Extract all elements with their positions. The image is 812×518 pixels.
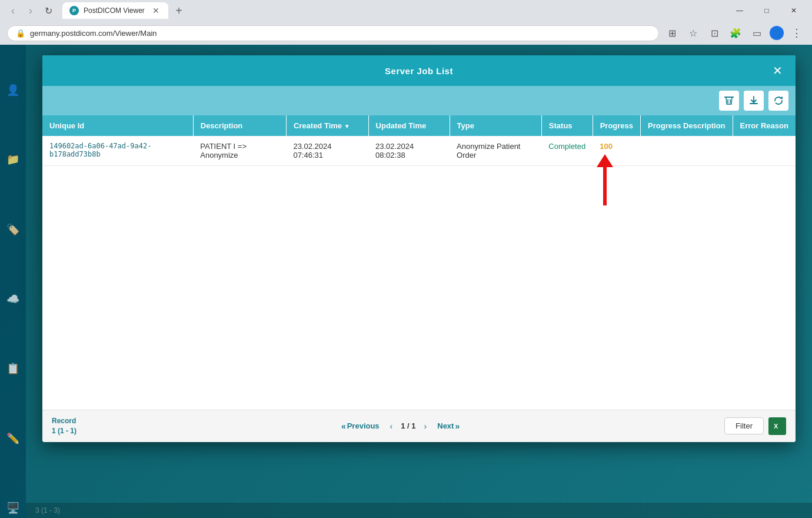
arrow-shaft bbox=[603, 167, 607, 205]
col-progress-description: Progress Description bbox=[641, 115, 733, 136]
tab-favicon: P bbox=[69, 6, 79, 15]
new-tab-button[interactable]: + bbox=[171, 2, 187, 19]
modal-footer: Record 1 (1 - 1) « Previous ‹ 1 / 1 › Ne… bbox=[42, 410, 796, 442]
table-container: Unique Id Description Created Time ▼ Upd… bbox=[42, 115, 796, 410]
col-updated-time: Updated Time bbox=[368, 115, 450, 136]
jobs-table: Unique Id Description Created Time ▼ Upd… bbox=[42, 115, 796, 166]
table-cell: PATIENT I => Anonymize bbox=[193, 136, 286, 166]
browser-chrome: ‹ › ↻ P PostDICOM Viewer ✕ + — □ ✕ 🔒 ger… bbox=[0, 0, 812, 45]
sidebar-browser-icon[interactable]: ▭ bbox=[748, 25, 765, 41]
close-window-button[interactable]: ✕ bbox=[780, 2, 807, 19]
table-cell: 23.02.2024 07:46:31 bbox=[286, 136, 368, 166]
previous-double-arrow: « bbox=[341, 421, 346, 431]
browser-addressbar: 🔒 germany.postdicom.com/Viewer/Main ⊞ ☆ … bbox=[0, 21, 812, 45]
col-created-time[interactable]: Created Time ▼ bbox=[286, 115, 368, 136]
back-button[interactable]: ‹ bbox=[5, 2, 21, 19]
pagination-left-arrow[interactable]: ‹ bbox=[388, 420, 395, 432]
sidebar-item-folder[interactable]: 📁 bbox=[2, 150, 24, 170]
col-progress: Progress bbox=[593, 115, 640, 136]
table-cell bbox=[641, 136, 733, 166]
excel-export-button[interactable]: X bbox=[768, 417, 786, 435]
sort-icon-created: ▼ bbox=[344, 123, 350, 130]
table-cell: 23.02.2024 08:02:38 bbox=[368, 136, 450, 166]
table-cell: Anonymize Patient Order bbox=[450, 136, 541, 166]
table-row[interactable]: 149602ad-6a06-47ad-9a42-b178add73b8bPATI… bbox=[42, 136, 796, 166]
minimize-button[interactable]: — bbox=[726, 2, 753, 19]
lock-icon: 🔒 bbox=[16, 29, 25, 38]
footer-right: Filter X bbox=[724, 417, 786, 435]
sidebar-item-list[interactable]: 📋 bbox=[2, 358, 24, 378]
col-status: Status bbox=[541, 115, 593, 136]
sidebar-item-label[interactable]: 🏷️ bbox=[2, 220, 24, 240]
sidebar-item-edit[interactable]: ✏️ bbox=[2, 428, 24, 448]
modal-title: Server Job List bbox=[385, 66, 453, 76]
next-button[interactable]: Next » bbox=[432, 419, 464, 433]
record-count: 1 (1 - 1) bbox=[52, 426, 76, 436]
url-text: germany.postdicom.com/Viewer/Main bbox=[30, 29, 650, 38]
sidebar: 👤 📁 🏷️ ☁️ 📋 ✏️ 🖥️ bbox=[0, 45, 26, 518]
sidebar-item-monitor[interactable]: 🖥️ bbox=[2, 498, 24, 518]
modal-toolbar bbox=[42, 86, 796, 115]
sidebar-item-users[interactable]: 👤 bbox=[2, 80, 24, 100]
filter-button[interactable]: Filter bbox=[724, 417, 764, 434]
browser-titlebar: ‹ › ↻ P PostDICOM Viewer ✕ + — □ ✕ bbox=[0, 0, 812, 21]
address-input[interactable]: 🔒 germany.postdicom.com/Viewer/Main bbox=[7, 25, 659, 41]
app-background: 👤 📁 🏷️ ☁️ 📋 ✏️ 🖥️ Server Job List ✕ bbox=[0, 45, 812, 518]
refresh-jobs-button[interactable] bbox=[768, 91, 788, 111]
forward-button[interactable]: › bbox=[22, 2, 39, 19]
col-description: Description bbox=[193, 115, 286, 136]
nav-buttons: ‹ › ↻ bbox=[5, 2, 56, 19]
download-button[interactable] bbox=[744, 91, 764, 111]
menu-icon[interactable]: ⋮ bbox=[788, 25, 805, 41]
table-cell bbox=[733, 136, 796, 166]
modal-header: Server Job List ✕ bbox=[42, 55, 796, 86]
svg-text:X: X bbox=[774, 423, 778, 430]
pagination: « Previous ‹ 1 / 1 › Next » bbox=[337, 419, 464, 433]
table-cell: 100 bbox=[593, 136, 640, 166]
browser-tab[interactable]: P PostDICOM Viewer ✕ bbox=[62, 2, 168, 19]
desktop-icon[interactable]: ⊡ bbox=[706, 25, 723, 41]
window-controls: — □ ✕ bbox=[726, 2, 807, 19]
record-info: Record 1 (1 - 1) bbox=[52, 416, 76, 436]
refresh-button[interactable]: ↻ bbox=[40, 2, 56, 19]
previous-label: Previous bbox=[347, 421, 380, 430]
tab-close-button[interactable]: ✕ bbox=[151, 5, 161, 16]
modal-overlay: Server Job List ✕ bbox=[26, 45, 812, 518]
table-cell: Completed bbox=[541, 136, 593, 166]
previous-button[interactable]: « Previous bbox=[337, 419, 384, 433]
table-header-row: Unique Id Description Created Time ▼ Upd… bbox=[42, 115, 796, 136]
modal-dialog: Server Job List ✕ bbox=[42, 55, 796, 442]
profile-icon[interactable]: 👤 bbox=[770, 26, 784, 40]
tab-title: PostDICOM Viewer bbox=[84, 6, 145, 15]
col-unique-id: Unique Id bbox=[42, 115, 193, 136]
col-error-reason: Error Reason bbox=[733, 115, 796, 136]
sidebar-item-cloud[interactable]: ☁️ bbox=[2, 289, 24, 309]
maximize-button[interactable]: □ bbox=[753, 2, 780, 19]
next-double-arrow: » bbox=[455, 421, 460, 431]
record-label: Record bbox=[52, 416, 76, 426]
pagination-right-arrow[interactable]: › bbox=[422, 420, 430, 432]
page-info: 1 / 1 bbox=[398, 421, 418, 430]
next-label: Next bbox=[437, 421, 454, 430]
clear-filter-button[interactable] bbox=[719, 91, 739, 111]
translate-icon[interactable]: ⊞ bbox=[664, 25, 680, 41]
table-cell: 149602ad-6a06-47ad-9a42-b178add73b8b bbox=[42, 136, 193, 166]
extensions-icon[interactable]: 🧩 bbox=[727, 25, 744, 41]
col-type: Type bbox=[450, 115, 541, 136]
modal-close-button[interactable]: ✕ bbox=[770, 62, 786, 79]
bookmark-icon[interactable]: ☆ bbox=[685, 25, 701, 41]
